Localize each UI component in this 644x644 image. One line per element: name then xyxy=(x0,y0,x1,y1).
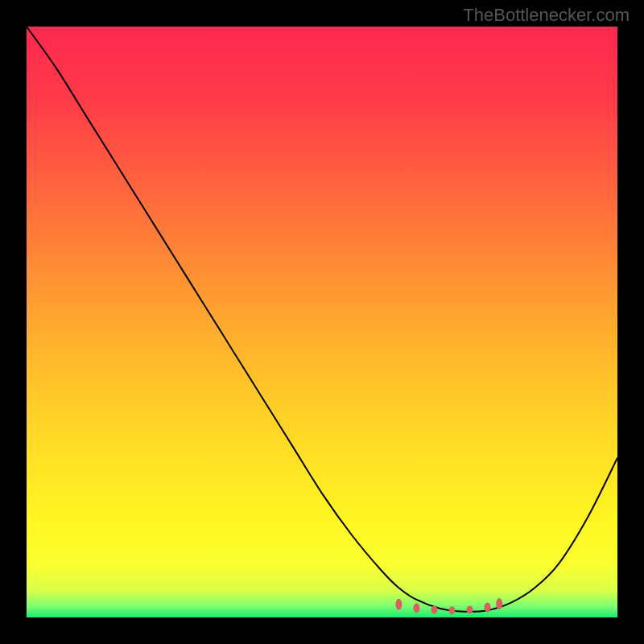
chart-plot-area xyxy=(27,27,617,617)
valley-marker xyxy=(413,603,419,613)
valley-marker xyxy=(496,598,502,609)
valley-marker xyxy=(431,605,437,613)
valley-marker xyxy=(485,603,491,613)
valley-marker xyxy=(448,606,455,614)
chart-svg xyxy=(27,27,617,617)
valley-marker xyxy=(395,599,402,610)
valley-marker xyxy=(467,605,473,613)
attribution-text: TheBottlenecker.com xyxy=(463,5,630,26)
gradient-background xyxy=(27,27,617,617)
